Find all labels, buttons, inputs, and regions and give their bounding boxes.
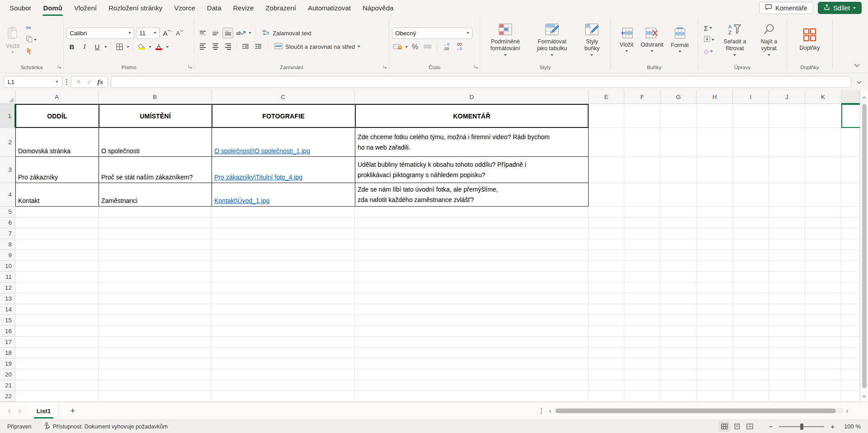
- cell-E21[interactable]: [589, 380, 624, 391]
- decrease-indent-button[interactable]: [240, 41, 251, 52]
- cell-L9-partial[interactable]: [841, 250, 860, 261]
- cell-K6[interactable]: [805, 217, 841, 228]
- cell-E2[interactable]: [589, 128, 624, 157]
- cell-E16[interactable]: [589, 326, 624, 337]
- cell-A18[interactable]: [15, 348, 99, 358]
- cell-C21[interactable]: [212, 380, 355, 391]
- cell-G20[interactable]: [660, 369, 697, 380]
- cell-A4[interactable]: Kontakt: [15, 183, 99, 207]
- cell-B8[interactable]: [99, 239, 212, 250]
- cell-F9[interactable]: [624, 250, 660, 261]
- cell-H18[interactable]: [697, 348, 733, 358]
- cell-A7[interactable]: [15, 228, 99, 239]
- cell-F2[interactable]: [624, 128, 660, 157]
- cell-A16[interactable]: [15, 326, 99, 337]
- cell-E13[interactable]: [589, 293, 624, 304]
- row-header-21[interactable]: 21: [0, 380, 15, 391]
- cell-H21[interactable]: [697, 380, 733, 391]
- accessibility-status[interactable]: Přístupnost: Dokument vyhovuje požadavků…: [43, 422, 168, 431]
- copy-button[interactable]: [25, 35, 38, 45]
- cell-D13[interactable]: [355, 293, 589, 304]
- cell-C5[interactable]: [212, 207, 355, 217]
- cell-A13[interactable]: [15, 293, 99, 304]
- cell-A19[interactable]: [15, 358, 99, 369]
- row-header-9[interactable]: 9: [0, 250, 15, 261]
- cell-C17[interactable]: [212, 337, 355, 348]
- cell-L16-partial[interactable]: [841, 326, 860, 337]
- cell-B21[interactable]: [99, 380, 212, 391]
- menu-tab-rozlozeni-stranky[interactable]: Rozložení stránky: [103, 0, 168, 16]
- cell-C1[interactable]: FOTOGRAFIE: [212, 104, 355, 128]
- cell-K12[interactable]: [805, 282, 841, 293]
- cell-A22[interactable]: [15, 391, 99, 402]
- merge-center-button[interactable]: Sloučit a zarovnat na střed: [272, 42, 363, 52]
- cell-D21[interactable]: [355, 380, 589, 391]
- cell-B22[interactable]: [99, 391, 212, 402]
- cell-B19[interactable]: [99, 358, 212, 369]
- cell-J3[interactable]: [769, 157, 805, 183]
- align-center-button[interactable]: [210, 41, 221, 52]
- cell-C18[interactable]: [212, 348, 355, 358]
- cell-I11[interactable]: [733, 272, 769, 282]
- cell-J4[interactable]: [769, 183, 805, 207]
- chevron-down-icon[interactable]: [405, 46, 408, 48]
- row-header-20[interactable]: 20: [0, 369, 15, 380]
- underline-button[interactable]: U: [92, 42, 103, 52]
- cell-K21[interactable]: [805, 380, 841, 391]
- cell-I20[interactable]: [733, 369, 769, 380]
- increase-decimal-button[interactable]: ←0.00: [441, 42, 452, 52]
- cell-A14[interactable]: [15, 304, 99, 315]
- cell-J12[interactable]: [769, 282, 805, 293]
- cell-D8[interactable]: [355, 239, 589, 250]
- cell-B7[interactable]: [99, 228, 212, 239]
- column-header-A[interactable]: A: [15, 90, 99, 104]
- align-right-button[interactable]: [222, 41, 233, 52]
- cell-J21[interactable]: [769, 380, 805, 391]
- cell-I2[interactable]: [733, 128, 769, 157]
- cell-L8-partial[interactable]: [841, 239, 860, 250]
- cell-H10[interactable]: [697, 261, 733, 272]
- sheet-tab-list1[interactable]: List1: [29, 402, 59, 420]
- cell-C3[interactable]: Pro zákazníky\Titulní foto_4.jpg: [212, 157, 355, 183]
- cell-A3[interactable]: Pro zákazníky: [15, 157, 99, 183]
- column-header-J[interactable]: J: [769, 90, 805, 104]
- chevron-down-icon[interactable]: [104, 46, 107, 48]
- chevron-down-icon[interactable]: [127, 46, 129, 48]
- cell-L11-partial[interactable]: [841, 272, 860, 282]
- cell-A2[interactable]: Domovská stránka: [15, 128, 99, 157]
- cell-E4[interactable]: [589, 183, 624, 207]
- cell-I4[interactable]: [733, 183, 769, 207]
- cell-I8[interactable]: [733, 239, 769, 250]
- cell-J1[interactable]: [769, 104, 805, 128]
- cell-F21[interactable]: [624, 380, 660, 391]
- font-size-select[interactable]: 11: [136, 28, 160, 39]
- cell-F10[interactable]: [624, 261, 660, 272]
- cell-H4[interactable]: [697, 183, 733, 207]
- cell-J7[interactable]: [769, 228, 805, 239]
- add-sheet-button[interactable]: +: [58, 406, 87, 416]
- cell-I22[interactable]: [733, 391, 769, 402]
- row-header-18[interactable]: 18: [0, 348, 15, 358]
- cell-H19[interactable]: [697, 358, 733, 369]
- cell-B11[interactable]: [99, 272, 212, 282]
- cell-L6-partial[interactable]: [841, 217, 860, 228]
- cell-L13-partial[interactable]: [841, 293, 860, 304]
- cell-H7[interactable]: [697, 228, 733, 239]
- normal-view-button[interactable]: [719, 422, 730, 432]
- cell-K7[interactable]: [805, 228, 841, 239]
- cell-F17[interactable]: [624, 337, 660, 348]
- cell-D7[interactable]: [355, 228, 589, 239]
- cell-K1[interactable]: [805, 104, 841, 128]
- cell-G2[interactable]: [660, 128, 697, 157]
- cell-C10[interactable]: [212, 261, 355, 272]
- cell-F20[interactable]: [624, 369, 660, 380]
- cell-I12[interactable]: [733, 282, 769, 293]
- active-cell-L1[interactable]: [841, 104, 860, 128]
- column-header-B[interactable]: B: [99, 90, 212, 104]
- cell-E22[interactable]: [589, 391, 624, 402]
- cell-K15[interactable]: [805, 315, 841, 326]
- cell-E12[interactable]: [589, 282, 624, 293]
- cell-E15[interactable]: [589, 315, 624, 326]
- cell-E19[interactable]: [589, 358, 624, 369]
- cell-C19[interactable]: [212, 358, 355, 369]
